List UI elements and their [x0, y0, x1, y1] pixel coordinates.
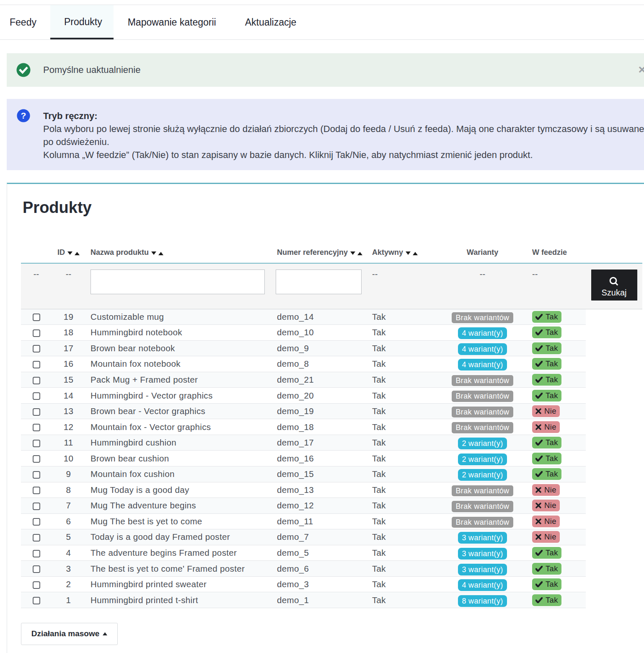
- svg-text:?: ?: [21, 111, 26, 120]
